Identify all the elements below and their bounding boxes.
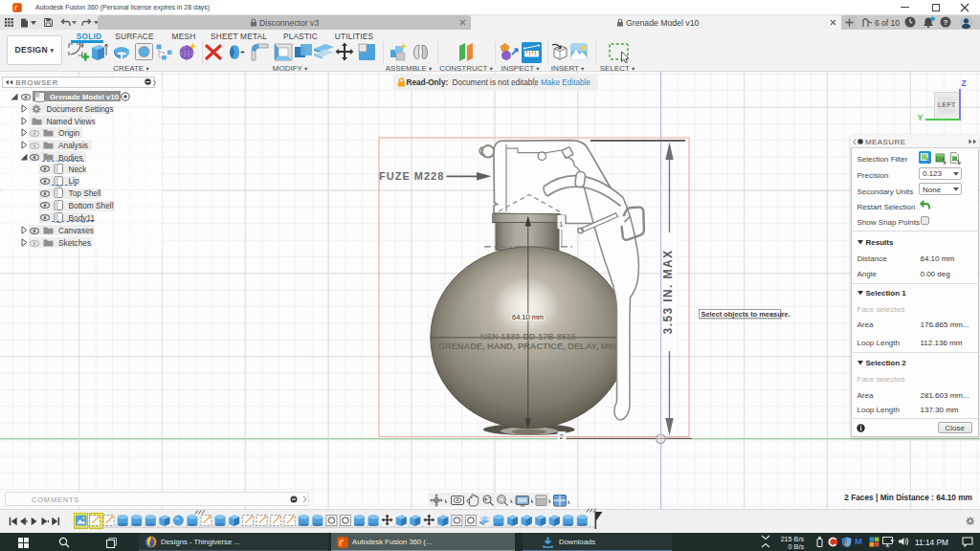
svg-text:FUZE M228: FUZE M228 xyxy=(379,170,444,182)
svg-text:2: 2 xyxy=(560,432,564,441)
svg-text:64.10 mm: 64.10 mm xyxy=(512,313,544,321)
svg-text:1: 1 xyxy=(559,220,564,229)
svg-text:3.53 IN. MAX: 3.53 IN. MAX xyxy=(661,250,675,335)
